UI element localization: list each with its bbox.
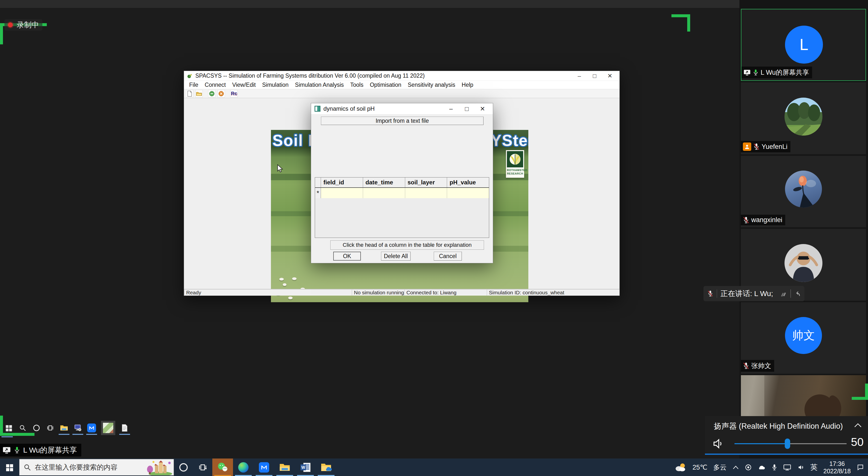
table-header-row: field_id date_time soil_layer pH_value [315,177,489,188]
avatar-initial: 帅文 [792,328,815,343]
computer-app-icon[interactable] [73,423,82,433]
start-simulation-icon[interactable] [208,90,216,97]
open-folder-icon[interactable] [195,90,203,97]
cell-field-id[interactable] [321,188,363,198]
column-header-ph-value[interactable]: pH_value [447,177,489,187]
avatar-photo-rose [785,171,822,208]
column-explanation-label: Click the head of a column in the table … [330,240,484,250]
delete-all-button[interactable]: Delete All [381,252,411,261]
menu-help[interactable]: Help [458,82,476,88]
search-highlight-image[interactable] [146,460,173,475]
cortana-icon[interactable] [32,423,41,433]
menu-file[interactable]: File [186,82,202,88]
menu-view-edit[interactable]: View/Edit [229,82,259,88]
action-center-icon[interactable] [857,464,864,471]
task-view-icon[interactable] [193,458,212,476]
edge-icon[interactable] [233,458,254,476]
statusbar: Ready No simulation running Connected to… [184,289,619,296]
minimize-button[interactable]: – [572,71,587,81]
volume-slider-thumb[interactable] [785,439,790,449]
column-header-field-id[interactable]: field_id [321,177,363,187]
dialog-close-button[interactable]: ✕ [475,103,490,114]
sheep [279,278,284,280]
menu-tools[interactable]: Tools [347,82,367,88]
participant-tile-yuefenli[interactable]: YuefenLi [741,82,866,154]
stop-simulation-icon[interactable] [217,90,225,97]
participant-tile-lwu[interactable]: L L Wu的屏幕共享 [741,9,866,81]
row-selector[interactable]: * [315,188,321,198]
task-view-icon[interactable] [46,423,55,433]
spacsys-titlebar[interactable]: SPACSYS -- Simulation of Farming Systems… [184,71,619,81]
menu-sensitivity-analysis[interactable]: Sensitivity analysis [404,82,458,88]
document-app-icon[interactable] [120,423,129,433]
cell-date-time[interactable] [363,188,405,198]
participant-tile-wangxinlei[interactable]: wangxinlei [741,156,866,227]
cell-soil-layer[interactable] [405,188,447,198]
tray-date: 2022/8/18 [824,467,851,475]
r-stats-icon[interactable]: Rc [230,90,238,97]
tray-weather[interactable]: 多云 [713,463,726,472]
search-input[interactable] [35,464,133,471]
microphone-tray-icon[interactable] [771,464,777,471]
wechat-icon[interactable] [212,458,233,476]
dialog-maximize-button[interactable]: □ [459,103,475,114]
start-button[interactable] [0,458,19,476]
clap-icon[interactable] [780,290,787,297]
import-from-text-file-button[interactable]: Import from a text file [321,117,484,125]
speaker-icon[interactable] [712,437,725,450]
window-title: SPACSYS -- Simulation of Farming Systems… [195,72,425,79]
column-header-date-time[interactable]: date_time [363,177,405,187]
stage-top-strip [0,0,868,8]
onedrive-folder-icon[interactable] [316,458,337,476]
recording-tray-icon[interactable] [745,464,752,471]
file-explorer-icon[interactable] [60,423,68,433]
dialog-titlebar[interactable]: dynamics of soil pH – □ ✕ [311,103,493,114]
tray-ime[interactable]: 英 [810,463,817,472]
new-file-icon[interactable] [186,90,193,97]
microphone-muted-icon [743,362,749,369]
taskbar-underline [276,475,293,476]
participant-tile-zhangshuaiwen[interactable]: 帅文 张帅文 [741,302,866,374]
cancel-button[interactable]: Cancel [434,252,462,261]
taskbar-underline [235,475,252,476]
column-header-soil-layer[interactable]: soil_layer [405,177,447,187]
reply-arrow-icon[interactable] [794,290,801,297]
onedrive-tray-icon[interactable] [758,465,766,470]
display-tray-icon[interactable] [783,464,791,471]
avatar-photo-man [784,244,823,282]
cell-ph-value[interactable] [447,188,489,198]
taskbar-search[interactable] [19,459,174,476]
active-app-thumbnail[interactable] [101,421,115,435]
recording-dot-icon [8,23,13,27]
tray-chevron-up-icon[interactable] [733,465,739,470]
microphone-muted-icon [743,217,749,224]
start-button[interactable] [4,423,13,433]
meeting-app-icon[interactable] [254,458,274,476]
menu-simulation[interactable]: Simulation [259,82,291,88]
volume-slider[interactable] [735,443,846,444]
search-icon[interactable] [18,423,27,433]
close-button[interactable]: ✕ [602,71,618,81]
ok-button[interactable]: OK [333,252,361,261]
speaker-tray-icon[interactable] [797,464,804,471]
menu-optimisation[interactable]: Optimisation [367,82,404,88]
chevron-up-icon[interactable] [854,422,862,428]
tray-clock[interactable]: 17:36 2022/8/18 [824,460,851,475]
dialog-minimize-button[interactable]: – [443,103,459,114]
word-icon[interactable]: W [295,458,316,476]
maximize-button[interactable]: □ [587,71,602,81]
volume-slider-fill [735,443,787,444]
share-corner-top-right [687,14,690,32]
share-corner-bottom-right [852,397,868,400]
avatar-photo-trees [784,98,823,136]
menu-connect[interactable]: Connect [202,82,229,88]
tray-temperature[interactable]: 25℃ [692,464,707,471]
menu-simulation-analysis[interactable]: Simulation Analysis [292,82,347,88]
taskbar-underline [214,475,231,476]
meeting-app-icon[interactable] [87,423,96,433]
cortana-icon[interactable] [174,458,193,476]
file-explorer-icon[interactable] [274,458,295,476]
recording-label: 录制中 [17,20,39,30]
table-row: * [315,188,489,198]
weather-icon[interactable] [675,463,686,472]
